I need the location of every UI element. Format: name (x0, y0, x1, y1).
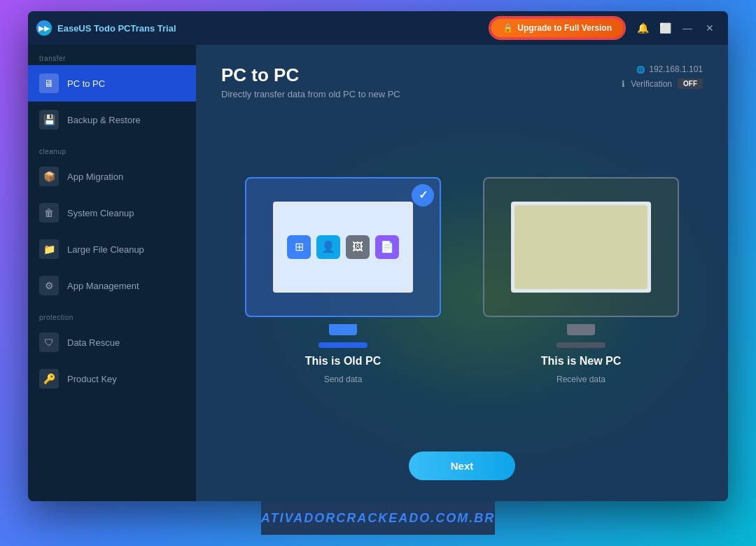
content-title-area: PC to PC Directly transfer data from old… (221, 64, 400, 99)
main-content: PC to PC Directly transfer data from old… (196, 45, 728, 501)
title-bar-actions: 🔔 ⬜ — ✕ (633, 18, 720, 38)
app-body: transfer 🖥 PC to PC 💾 Backup & Restore c… (28, 45, 728, 501)
sidebar: transfer 🖥 PC to PC 💾 Backup & Restore c… (28, 45, 196, 501)
old-pc-screen-inner: ⊞ 👤 🖼 📄 (276, 205, 410, 289)
logo-icon: ▶▶ (36, 20, 52, 36)
old-pc-base (318, 342, 368, 348)
sidebar-item-backup-restore-label: Backup & Restore (67, 115, 141, 125)
system-cleanup-icon: 🗑 (39, 203, 59, 223)
verification-label: Verification (631, 79, 672, 89)
verification-toggle[interactable]: OFF (678, 78, 703, 89)
bottom-banner-text: ATIVADORCRACKEADO.COM.BR (261, 511, 495, 526)
old-pc-stand (329, 324, 357, 335)
sidebar-item-data-rescue-label: Data Rescue (67, 337, 120, 348)
new-pc-subtitle: Receive data (556, 374, 606, 384)
sidebar-item-app-management[interactable]: ⚙ App Management (28, 267, 196, 304)
old-pc-screen: ⊞ 👤 🖼 📄 (273, 202, 413, 293)
app-migration-icon: 📦 (39, 167, 59, 186)
old-pc-container: ✓ ⊞ 👤 🖼 📄 (245, 177, 441, 384)
cleanup-section-label: cleanup (28, 138, 196, 158)
sidebar-item-product-key-label: Product Key (67, 374, 117, 384)
backup-restore-icon: 💾 (39, 110, 59, 130)
sidebar-item-app-migration[interactable]: 📦 App Migration (28, 158, 196, 195)
data-rescue-icon: 🛡 (39, 332, 59, 352)
sidebar-item-system-cleanup-label: System Cleanup (67, 208, 134, 218)
old-pc-subtitle: Send data (324, 374, 363, 384)
upgrade-label: Upgrade to Full Version (517, 23, 612, 33)
ip-address: 192.168.1.101 (649, 64, 703, 74)
new-pc-card (483, 177, 679, 317)
page-subtitle: Directly transfer data from old PC to ne… (221, 89, 400, 99)
sidebar-item-large-file-cleanup[interactable]: 📁 Large File Cleanup (28, 231, 196, 267)
notification-button[interactable]: 🔔 (633, 18, 652, 38)
transfer-illustration: ✓ ⊞ 👤 🖼 📄 (221, 116, 703, 444)
upgrade-button[interactable]: 🔒 Upgrade to Full Version (490, 18, 624, 38)
sidebar-item-app-management-label: App Management (67, 281, 139, 291)
ip-icon: 🌐 (636, 66, 645, 74)
sidebar-item-pc-to-pc-label: PC to PC (67, 78, 105, 89)
title-bar: ▶▶ EaseUS Todo PCTrans Trial 🔒 Upgrade t… (28, 11, 728, 45)
new-pc-stand (567, 324, 595, 335)
sidebar-item-app-migration-label: App Migration (67, 172, 123, 182)
new-pc-screen-inner (514, 205, 648, 289)
new-pc-screen (511, 202, 651, 293)
bottom-banner: ATIVADORCRACKEADO.COM.BR (261, 501, 495, 535)
content-inner: PC to PC Directly transfer data from old… (196, 45, 728, 501)
sidebar-item-product-key[interactable]: 🔑 Product Key (28, 360, 196, 397)
content-header: PC to PC Directly transfer data from old… (221, 64, 703, 99)
minimize-button[interactable]: — (678, 18, 697, 38)
footer-area: Next (221, 444, 703, 487)
app-icon-doc: 📄 (375, 235, 399, 259)
sidebar-item-data-rescue[interactable]: 🛡 Data Rescue (28, 324, 196, 360)
protection-section-label: protection (28, 304, 196, 324)
next-button[interactable]: Next (409, 451, 516, 480)
app-title: EaseUS Todo PCTrans Trial (57, 23, 176, 34)
pc-check-icon: ✓ (412, 184, 434, 206)
product-key-icon: 🔑 (39, 369, 59, 388)
ip-verification-area: 🌐 192.168.1.101 ℹ Verification OFF (622, 64, 703, 89)
app-logo: ▶▶ EaseUS Todo PCTrans Trial (36, 20, 176, 36)
large-file-cleanup-icon: 📁 (39, 239, 59, 259)
info-icon: ℹ (622, 79, 625, 89)
new-pc-title: This is New PC (541, 355, 622, 368)
new-pc-container: This is New PC Receive data (483, 177, 679, 384)
verification-row: ℹ Verification OFF (622, 78, 703, 89)
old-pc-card: ✓ ⊞ 👤 🖼 📄 (245, 177, 441, 317)
lock-icon: 🔒 (503, 23, 513, 33)
sidebar-item-system-cleanup[interactable]: 🗑 System Cleanup (28, 195, 196, 231)
sidebar-item-backup-restore[interactable]: 💾 Backup & Restore (28, 102, 196, 138)
old-pc-title: This is Old PC (305, 355, 381, 368)
app-management-icon: ⚙ (39, 276, 59, 295)
restore-button[interactable]: ⬜ (655, 18, 675, 38)
app-icon-grid: ⊞ (287, 235, 311, 259)
app-window: ▶▶ EaseUS Todo PCTrans Trial 🔒 Upgrade t… (28, 11, 728, 501)
sidebar-item-large-file-cleanup-label: Large File Cleanup (67, 244, 144, 255)
app-icon-photo: 🖼 (346, 235, 370, 259)
pc-to-pc-icon: 🖥 (39, 74, 59, 93)
close-button[interactable]: ✕ (700, 18, 720, 38)
app-icon-user: 👤 (316, 235, 340, 259)
new-pc-base (556, 342, 606, 348)
transfer-section-label: transfer (28, 45, 196, 65)
page-title: PC to PC (221, 64, 400, 86)
sidebar-item-pc-to-pc[interactable]: 🖥 PC to PC (28, 65, 196, 102)
ip-row: 🌐 192.168.1.101 (636, 64, 703, 74)
